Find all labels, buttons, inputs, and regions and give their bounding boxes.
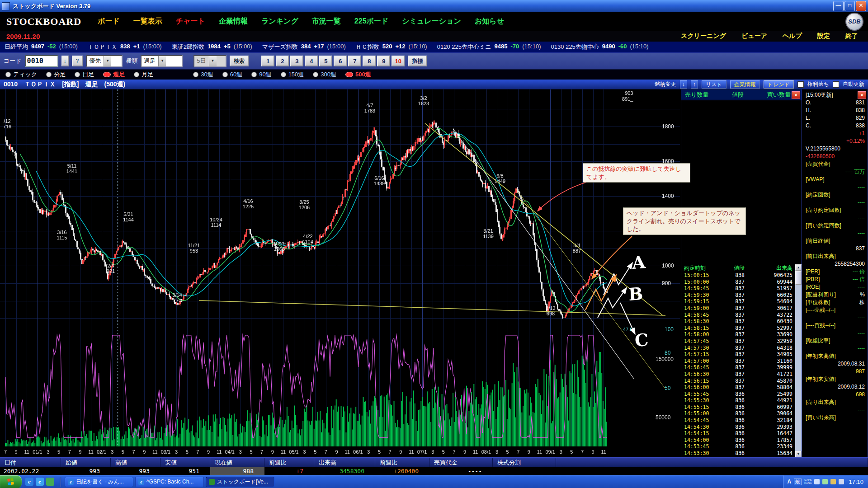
prev-symbol-button[interactable]: ↓: [680, 80, 687, 89]
period-button-9[interactable]: 9: [377, 56, 390, 66]
trade-row: 14:59:0083730617: [681, 305, 796, 312]
menu-item-225ボード[interactable]: 225ボード: [354, 17, 388, 26]
link-設定[interactable]: 設定: [817, 32, 830, 40]
period-radio-ティック[interactable]: ティック: [5, 70, 37, 79]
start-button[interactable]: [0, 475, 22, 488]
swing-label: 3/13 698: [546, 305, 555, 316]
period-radio-月足[interactable]: 月足: [134, 70, 153, 79]
desktop-icon[interactable]: [46, 478, 54, 486]
ie-icon[interactable]: e: [25, 478, 33, 486]
ie-icon[interactable]: e: [36, 478, 44, 486]
info-row: ----: [803, 329, 868, 337]
next-symbol-button[interactable]: ↑: [691, 80, 698, 89]
task-button-ストックボード[Ve...[interactable]: ストックボード[Ve...: [206, 477, 274, 487]
trade-price: 836: [718, 424, 745, 431]
volume-icon[interactable]: [814, 479, 820, 484]
scroll-thumb[interactable]: [795, 271, 802, 285]
usb-icon[interactable]: [839, 479, 844, 484]
info-row: [VWAP]: [803, 176, 868, 183]
menu-item-ボード[interactable]: ボード: [98, 17, 120, 26]
menu-item-お知らせ[interactable]: お知らせ: [475, 17, 504, 26]
maximize-button[interactable]: □: [844, 1, 855, 11]
radio-icon: [46, 72, 52, 77]
period-button-10[interactable]: 10: [392, 56, 405, 66]
price-chart-canvas[interactable]: [0, 89, 680, 457]
help-button[interactable]: ?: [72, 56, 83, 66]
minimize-button[interactable]: —: [833, 1, 844, 11]
chevron-down-icon[interactable]: ▼: [104, 56, 111, 66]
menu-item-ランキング[interactable]: ランキング: [261, 17, 298, 26]
info-row: ----: [803, 314, 868, 322]
ticker-label: 東証2部指数: [172, 43, 204, 51]
code-label: コード: [4, 57, 22, 65]
menu-item-市況一覧[interactable]: 市況一覧: [312, 17, 341, 26]
period-radio-300週[interactable]: 300週: [313, 70, 336, 79]
chevron-down-icon[interactable]: ▼: [209, 56, 217, 66]
bottom-header-filler: [556, 458, 868, 467]
menu-item-チャート[interactable]: チャート: [176, 17, 205, 26]
info-row: [----売残--/--]: [803, 306, 868, 314]
period-radio-90週[interactable]: 90週: [251, 70, 271, 79]
period-radio-150週[interactable]: 150週: [281, 70, 304, 79]
day5-select[interactable]: 5日▼: [193, 55, 226, 67]
menu-item-シミュレーション[interactable]: シミュレーション: [402, 17, 461, 26]
info-value: ----: [858, 283, 865, 291]
network-icon[interactable]: [830, 479, 836, 484]
ticker-change: -70: [510, 43, 519, 51]
period-radio-分足[interactable]: 分足: [46, 70, 66, 79]
scroll-up-icon[interactable]: ▲: [795, 264, 802, 271]
code-input[interactable]: [25, 55, 58, 67]
ticker-value: 384: [301, 43, 311, 51]
security-shield-icon[interactable]: [822, 479, 828, 484]
link-終了[interactable]: 終了: [845, 32, 858, 40]
task-label: ストックボード[Ve...: [217, 478, 268, 486]
menu-item-企業情報[interactable]: 企業情報: [219, 17, 248, 26]
kind-select[interactable]: 週足▼: [141, 55, 183, 67]
search-button[interactable]: 検索: [230, 56, 249, 66]
priority-select[interactable]: 優先▼: [86, 55, 123, 67]
menu-item-一覧表示[interactable]: 一覧表示: [133, 17, 162, 26]
trade-time: 14:55:45: [684, 391, 718, 398]
period-radio-500週[interactable]: 500週: [345, 70, 371, 79]
link-ビューア[interactable]: ビューア: [741, 32, 767, 40]
period-button-7[interactable]: 7: [348, 56, 361, 66]
trade-time: 14:57:45: [684, 338, 718, 345]
info-label: [PER]: [806, 268, 820, 276]
period-button-6[interactable]: 6: [334, 56, 347, 66]
indicator-button[interactable]: 指標: [408, 56, 427, 66]
period-button-8[interactable]: 8: [363, 56, 376, 66]
trade-volume: 32959: [745, 338, 796, 345]
trend-button[interactable]: トレンド: [764, 80, 794, 89]
period-button-1[interactable]: 1: [261, 56, 274, 66]
scroll-down-icon[interactable]: ▼: [795, 451, 802, 457]
link-スクリーニング[interactable]: スクリーニング: [681, 32, 726, 40]
chart-icon: [209, 479, 215, 485]
period-radio-日足[interactable]: 日足: [75, 70, 94, 79]
close-panel-button[interactable]: ×: [792, 91, 800, 99]
link-ヘルプ[interactable]: ヘルプ: [783, 32, 802, 40]
tns-scrollbar[interactable]: ▲ ▼: [795, 264, 802, 457]
task-button-^GSPC: Basic Ch...[interactable]: e^GSPC: Basic Ch...: [135, 477, 204, 487]
ime-general-indicator[interactable]: 般: [794, 479, 802, 485]
corp-info-button[interactable]: 企業情報: [730, 80, 760, 89]
period-button-5[interactable]: 5: [319, 56, 332, 66]
period-button-2[interactable]: 2: [276, 56, 289, 66]
auto-update-checkbox[interactable]: [833, 81, 839, 88]
trade-time: 15:00:15: [684, 272, 718, 279]
info-row: L.829: [803, 114, 868, 122]
task-button-日記を書く - みん...[interactable]: e日記を書く - みん...: [65, 477, 133, 487]
close-button[interactable]: ✕: [856, 1, 866, 11]
chevron-down-icon[interactable]: ▼: [158, 56, 166, 66]
period-button-4[interactable]: 4: [305, 56, 318, 66]
period-radio-30週[interactable]: 30週: [193, 70, 213, 79]
ime-mode-indicator[interactable]: A: [787, 479, 791, 485]
period-radio-60週[interactable]: 60週: [222, 70, 242, 79]
list-button[interactable]: リスト: [702, 80, 726, 89]
trade-price: 836: [718, 404, 745, 411]
code-dropdown-button[interactable]: ↓: [61, 56, 69, 66]
period-button-3[interactable]: 3: [290, 56, 303, 66]
trade-volume: 23349: [745, 443, 796, 450]
period-radio-週足[interactable]: 週足: [103, 70, 125, 79]
rights-falloff-checkbox[interactable]: [797, 81, 804, 88]
info-value: 829: [856, 114, 865, 122]
